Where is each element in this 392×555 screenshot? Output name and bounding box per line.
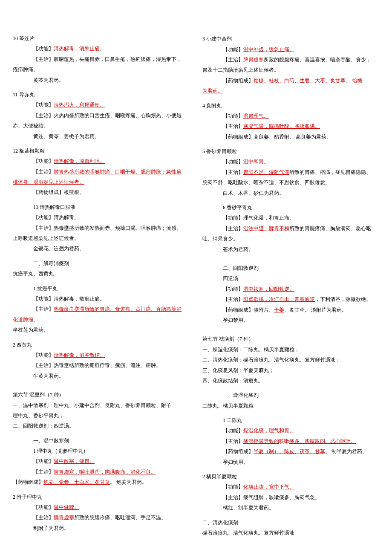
line: 一、温中散寒剂：理中丸、小建中合剂、良附丸、香砂养胃颗粒、附子: [13, 401, 190, 410]
content: 【功能】清热解毒。: [33, 214, 79, 220]
item-kap1: 1 抗癌平丸: [13, 284, 190, 293]
content: 白术、木香、砂仁为君药。: [223, 190, 284, 196]
content: 【功能】清热解毒，散瘀止痛。: [33, 296, 105, 302]
content: 【主治】热毒壅结所致的痈疽疔毒、瘰疬、流注、癌肿。: [33, 362, 161, 368]
line: 【功能】温中散寒，健胃。: [13, 457, 190, 465]
line: 四、化痰散结剂：消瘿丸。: [202, 376, 379, 385]
heading: 13 清热解毒口服液: [33, 204, 75, 210]
label: 【主治】: [223, 169, 243, 175]
item-11: 11 导赤丸: [13, 90, 190, 99]
line: 【功能】清热解毒，消肿散结。: [13, 351, 190, 359]
item: 四逆汤: [202, 274, 379, 283]
line: 【主治】痰气阻肺，咳嗽痰多、胸闷气急。: [202, 493, 379, 502]
line: 【主治】热毒壅结所致的痈疽疔毒、瘰疬、流注、癌肿。: [13, 361, 190, 370]
line: 上呼吸道感染见上述证候者。: [13, 234, 190, 243]
subsection: 一、燥湿化痰剂: [202, 391, 379, 399]
section-6: 第六节 温里剂（7 种）: [13, 390, 190, 399]
line: 桃体炎、腮腺炎见上述证候者。: [13, 178, 190, 186]
heading: 一、燥湿化痰剂: [223, 392, 259, 398]
content: 清热解毒，消肿止痛。: [54, 46, 105, 52]
content: 金银花、连翘为君药。: [33, 246, 84, 251]
line: 黄芩为君药。: [13, 76, 190, 84]
content: 温中和胃。: [243, 159, 269, 165]
line: 苍术为君药。: [202, 245, 379, 254]
item-10: 10 芩连片: [13, 34, 190, 43]
line: 三、化痰息风剂：半夏天麻丸；: [202, 366, 379, 375]
heading: 四逆汤: [223, 275, 238, 281]
content: 橘红、制半夏为君药。: [223, 505, 274, 511]
line: 【药物组成】板蓝根。: [13, 188, 190, 197]
content: 干姜: [274, 307, 284, 313]
red: 咳嗽: [279, 438, 289, 444]
line: 【药物组成】高良姜、醋香附。 高良姜为君药。: [202, 133, 379, 141]
content: 二、清热化痰剂：礞石滚痰丸、清气化痰丸、复方鲜竹沥液；: [202, 357, 340, 363]
suffix: 、炙甘草。 淡附片为君药。: [284, 307, 347, 313]
line: 【主治】胃阳不足、湿阻气滞所致的胃痛、痞满，症见胃痛隐隐、: [202, 168, 379, 176]
label: 【功能】: [223, 159, 243, 165]
line: 金银花、连翘为君药。: [13, 244, 190, 253]
line: 吐、纳呆食少。: [202, 234, 379, 243]
content: 孕妇禁用。: [223, 317, 248, 323]
content: 湿浊中阻、脾胃不和: [243, 225, 289, 231]
label: 【药物组成】: [223, 448, 254, 454]
line: 【药物组成】饴糖、桂枝、白芍、生姜、大枣、炙甘草。 饴糖: [202, 76, 379, 85]
line: 【主治】热毒壅盛所致的发热面赤、烦躁口渴、咽喉肿痛；流感、: [13, 224, 190, 232]
section-7: 第七节 祛痰剂（7 种）: [202, 335, 379, 343]
content: 脾胃虚寒: [243, 57, 264, 63]
suffix: 所致的胃脘疼痛、胸膈满闷、恶心呕: [289, 225, 371, 231]
label: 【功能】: [33, 46, 54, 52]
content: 【主治】脏腑蕴热，头痛目赤，口鼻生疮，热痢腹痛，湿热带下，: [33, 56, 182, 62]
content: 化痰止咳，宽中下气。: [243, 484, 294, 490]
content: 疮疖肿痛。: [13, 66, 38, 72]
line: 【功能】清热解毒。: [13, 213, 190, 222]
item: 2 附子理中丸: [13, 493, 190, 501]
line: 【主治】肺胃热盛所致的咽喉肿痛、口咽干燥、腮部肿胀；急性扁: [13, 168, 190, 176]
item-13: 13 清热解毒口服液: [13, 203, 190, 211]
content: 热毒瘀血壅滞所致的胃癌、食道癌、贲门癌、直肠癌等消: [54, 306, 182, 312]
line: 【功能】清热解毒，消肿止痛。: [13, 44, 190, 53]
line: 【功能】温中健脾。: [13, 503, 190, 512]
content: 清热解毒，消肿散结。: [54, 352, 105, 358]
label: 【功能】: [33, 158, 54, 164]
line: 化道肿瘤。: [13, 315, 190, 324]
label: 【功能】: [223, 113, 243, 119]
content: 抗癌平丸、西黄丸: [13, 271, 54, 277]
content: 为君药。: [202, 88, 223, 94]
content: 【主治】痰气阻肺，咳嗽痰多、胸闷气急。: [223, 494, 320, 500]
heading: 第六节 温里剂（7 种）: [13, 392, 64, 398]
content: 燥湿化痰，理气和胃。: [243, 428, 294, 434]
content: 【功能】理气化湿，和胃止痛。: [223, 215, 294, 221]
line: 牛黄为君药。: [13, 372, 190, 380]
content2: 痰多、胸脘胀闷、恶心呕吐。: [289, 438, 356, 444]
content: 半夏（制）、陈皮、茯苓、甘草: [254, 448, 325, 454]
content: 温中散寒，健胃。: [54, 458, 95, 464]
content: 【药物组成】板蓝根。: [33, 189, 84, 195]
suffix: 。 炮姜为君药。: [110, 479, 147, 485]
heading: 二、回阳救逆剂: [223, 265, 259, 271]
content: 痰湿停滞导致的: [243, 438, 279, 444]
line: 【主治】痰湿停滞导致的咳嗽痰多、胸脘胀闷、恶心呕吐。: [202, 437, 379, 445]
content: 清热泻火，利尿通便。: [54, 102, 105, 108]
line: 二、清热化痰剂：礞石滚痰丸、清气化痰丸、复方鲜竹沥液；: [202, 356, 379, 364]
line: 【药物组成】淡附片、干姜、炙甘草。 淡附片为君药。: [202, 306, 379, 314]
line: 橘红、制半夏为君药。: [202, 503, 379, 512]
suffix: 所致的胃痛、痞满，症见胃痛隐隐、: [289, 169, 371, 175]
heading: 二、解毒消癥剂: [33, 260, 69, 266]
suffix: 所致的脘腹冷痛、呕吐泄泻、手足不温。: [74, 515, 166, 520]
content: 四、化痰散结剂：消瘿丸。: [202, 378, 264, 384]
content: 寒凝气滞，脘痛吐酸，胸腹胀满。: [243, 123, 320, 129]
label: 【功能】: [223, 428, 243, 434]
label: 【主治】: [33, 515, 54, 520]
content: 理中丸、香砂平胃丸；: [13, 413, 64, 419]
content: 一、温中散寒剂：理中丸、小建中合剂、良附丸、香砂养胃颗粒、附子: [13, 402, 171, 408]
line: 赤、大便秘结。: [13, 121, 190, 130]
content: 饴糖、桂枝、白芍、生姜、大枣、炙甘草: [254, 78, 346, 84]
content: 脘闷不舒、呕吐酸水、嘈杂不适、不思饮食、四肢倦怠。: [202, 179, 330, 185]
suffix: 。 制半夏为君药。: [325, 448, 367, 454]
line: 二陈丸、橘贝半夏颗粒: [202, 402, 379, 410]
line: 二、回阳救逆剂：四逆汤。: [13, 422, 190, 430]
line: 【功能】化痰止咳，宽中下气。: [202, 483, 379, 491]
item: 6 香砂平胃丸: [202, 203, 379, 212]
content: 桃体炎、腮腺炎见上述证候者。: [13, 179, 84, 185]
label: 【功能】: [33, 352, 54, 358]
